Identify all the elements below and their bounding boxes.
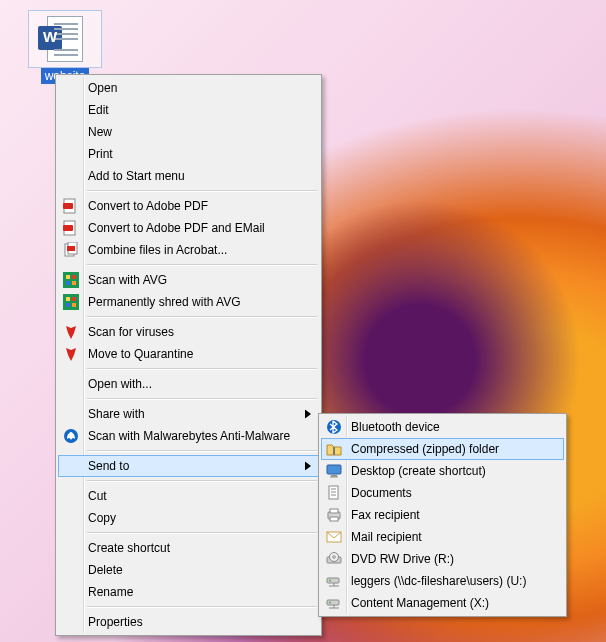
- menu-send-to[interactable]: Send to: [58, 455, 319, 477]
- dvd-drive-icon: [326, 551, 342, 567]
- svg-rect-20: [327, 465, 341, 474]
- menu-edit[interactable]: Edit: [58, 99, 319, 121]
- menu-combine-acrobat[interactable]: Combine files in Acrobat...: [58, 239, 319, 261]
- separator: [87, 264, 317, 266]
- menu-shred-avg[interactable]: Permanently shred with AVG: [58, 291, 319, 313]
- sendto-network-drive-x[interactable]: Content Management (X:): [321, 592, 564, 614]
- sendto-fax[interactable]: Fax recipient: [321, 504, 564, 526]
- svg-rect-21: [331, 475, 337, 477]
- file-item-website[interactable]: website: [28, 10, 102, 84]
- separator: [87, 398, 317, 400]
- malwarebytes-icon: [63, 428, 79, 444]
- bluetooth-icon: [326, 419, 342, 435]
- menu-delete[interactable]: Delete: [58, 559, 319, 581]
- desktop: website Open Edit New Print Add to Start…: [0, 0, 606, 642]
- network-drive-icon: [326, 573, 342, 589]
- context-menu: Open Edit New Print Add to Start menu Co…: [55, 74, 322, 636]
- network-drive-icon: [326, 595, 342, 611]
- adobe-pdf-icon: [63, 198, 79, 214]
- kaspersky-quarantine-icon: [63, 346, 79, 362]
- svg-point-35: [329, 580, 331, 582]
- sendto-bluetooth[interactable]: Bluetooth device: [321, 416, 564, 438]
- sendto-documents[interactable]: Documents: [321, 482, 564, 504]
- menu-cut[interactable]: Cut: [58, 485, 319, 507]
- svg-rect-1: [63, 203, 73, 209]
- menu-copy[interactable]: Copy: [58, 507, 319, 529]
- separator: [87, 316, 317, 318]
- mail-icon: [326, 529, 342, 545]
- svg-rect-16: [72, 303, 76, 307]
- avg-icon: [63, 272, 79, 288]
- menu-scan-avg[interactable]: Scan with AVG: [58, 269, 319, 291]
- menu-convert-pdf[interactable]: Convert to Adobe PDF: [58, 195, 319, 217]
- adobe-pdf-email-icon: [63, 220, 79, 236]
- menu-properties[interactable]: Properties: [58, 611, 319, 633]
- word-document-icon: [28, 10, 102, 68]
- sendto-compressed-zip[interactable]: Compressed (zipped) folder: [321, 438, 564, 460]
- separator: [87, 450, 317, 452]
- separator: [87, 368, 317, 370]
- svg-rect-13: [66, 297, 70, 301]
- sendto-network-drive-u[interactable]: leggers (\\dc-fileshare\users) (U:): [321, 570, 564, 592]
- svg-rect-28: [330, 509, 338, 513]
- kaspersky-icon: [63, 324, 79, 340]
- svg-rect-36: [327, 600, 339, 605]
- desktop-icon: [326, 463, 342, 479]
- sendto-dvd-drive[interactable]: DVD RW Drive (R:): [321, 548, 564, 570]
- avg-shred-icon: [63, 294, 79, 310]
- menu-add-to-start[interactable]: Add to Start menu: [58, 165, 319, 187]
- svg-rect-29: [330, 517, 338, 521]
- svg-rect-8: [66, 275, 70, 279]
- svg-rect-10: [66, 281, 70, 285]
- sendto-desktop-shortcut[interactable]: Desktop (create shortcut): [321, 460, 564, 482]
- zip-folder-icon: [326, 441, 342, 457]
- svg-rect-15: [66, 303, 70, 307]
- separator: [87, 606, 317, 608]
- separator: [87, 190, 317, 192]
- submenu-arrow-icon: [305, 410, 311, 419]
- svg-point-33: [333, 556, 336, 559]
- svg-rect-9: [72, 275, 76, 279]
- menu-scan-viruses[interactable]: Scan for viruses: [58, 321, 319, 343]
- menu-convert-pdf-email[interactable]: Convert to Adobe PDF and EMail: [58, 217, 319, 239]
- svg-rect-11: [72, 281, 76, 285]
- adobe-combine-icon: [63, 242, 79, 258]
- menu-print[interactable]: Print: [58, 143, 319, 165]
- menu-rename[interactable]: Rename: [58, 581, 319, 603]
- svg-rect-19: [333, 447, 335, 455]
- menu-share-with[interactable]: Share with: [58, 403, 319, 425]
- send-to-submenu: Bluetooth device Compressed (zipped) fol…: [318, 413, 567, 617]
- svg-rect-34: [327, 578, 339, 583]
- svg-rect-7: [63, 272, 79, 288]
- svg-rect-6: [67, 246, 75, 251]
- menu-create-shortcut[interactable]: Create shortcut: [58, 537, 319, 559]
- menu-open[interactable]: Open: [58, 77, 319, 99]
- svg-rect-3: [63, 225, 73, 231]
- svg-point-37: [329, 602, 331, 604]
- menu-new[interactable]: New: [58, 121, 319, 143]
- svg-rect-14: [72, 297, 76, 301]
- submenu-arrow-icon: [305, 462, 311, 471]
- svg-rect-12: [63, 294, 79, 310]
- menu-open-with[interactable]: Open with...: [58, 373, 319, 395]
- separator: [87, 532, 317, 534]
- documents-icon: [326, 485, 342, 501]
- separator: [87, 480, 317, 482]
- menu-scan-mbam[interactable]: Scan with Malwarebytes Anti-Malware: [58, 425, 319, 447]
- fax-icon: [326, 507, 342, 523]
- svg-rect-22: [330, 477, 338, 478]
- menu-move-quarantine[interactable]: Move to Quarantine: [58, 343, 319, 365]
- sendto-mail[interactable]: Mail recipient: [321, 526, 564, 548]
